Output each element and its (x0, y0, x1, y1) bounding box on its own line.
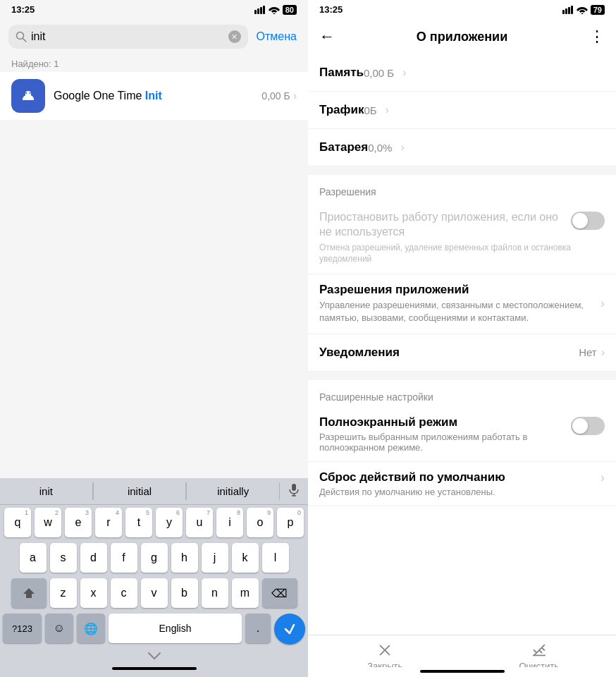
perms-text: Разрешения приложений Управление разреше… (319, 283, 600, 324)
reset-row[interactable]: Сброс действий по умолчанию Действия по … (308, 462, 616, 506)
key-globe[interactable]: 🌐 (77, 614, 105, 643)
key-g[interactable]: g (141, 543, 168, 573)
search-input[interactable] (31, 30, 224, 43)
right-status-time: 13:25 (319, 4, 343, 15)
memory-value-wrap: 0,00 Б › (364, 66, 407, 79)
key-a[interactable]: a (20, 543, 47, 573)
key-d[interactable]: d (80, 543, 107, 573)
key-shift[interactable] (11, 578, 47, 608)
fullscreen-row: Полноэкранный режим Разрешить выбранным … (308, 407, 616, 462)
key-q[interactable]: 1q (4, 508, 31, 537)
left-panel: 13:25 80 ✕ Отмена Найдено: 1 G (0, 0, 308, 677)
battery-left: 80 (283, 5, 297, 15)
suggestion-initially[interactable]: initially (187, 482, 280, 500)
cancel-button[interactable]: Отмена (254, 30, 300, 43)
svg-point-19 (581, 13, 583, 14)
svg-line-6 (23, 39, 27, 42)
fullscreen-text: Полноэкранный режим Разрешить выбранным … (319, 415, 571, 453)
app-list-item[interactable]: Google One Time Init 0,00 Б › (0, 72, 308, 120)
key-y[interactable]: 6y (156, 508, 183, 537)
divider-1 (308, 166, 616, 175)
key-row-3: z x c v b n m ⌫ (3, 578, 305, 608)
suggestion-initial[interactable]: initial (94, 482, 187, 500)
memory-label: Память (319, 66, 364, 80)
svg-point-4 (273, 13, 275, 14)
key-space[interactable]: English (109, 614, 242, 643)
memory-value: 0,00 Б (364, 67, 394, 79)
suggestions-row: init initial initially (0, 478, 308, 505)
key-enter[interactable] (274, 614, 305, 645)
key-symbols[interactable]: ?123 (3, 614, 42, 643)
key-f[interactable]: f (111, 543, 137, 573)
key-x[interactable]: x (80, 578, 107, 608)
traffic-value: 0Б (364, 104, 376, 116)
fullscreen-desc: Разрешить выбранным приложениям работать… (319, 432, 571, 453)
key-k[interactable]: k (232, 543, 259, 573)
svg-point-9 (26, 92, 27, 94)
memory-row[interactable]: Память 0,00 Б › (308, 54, 616, 92)
header-title: О приложении (343, 30, 581, 44)
notif-label: Уведомления (319, 346, 579, 360)
key-period[interactable]: . (245, 614, 271, 643)
key-b[interactable]: b (171, 578, 198, 608)
home-bar-right (420, 670, 505, 673)
mic-button[interactable] (280, 482, 308, 500)
close-icon (377, 642, 393, 658)
fullscreen-toggle[interactable] (571, 417, 605, 435)
key-e[interactable]: 3e (65, 508, 92, 537)
reset-desc: Действия по умолчанию не установлены. (319, 487, 600, 497)
key-z[interactable]: z (50, 578, 77, 608)
svg-rect-15 (562, 10, 565, 14)
suggestion-init[interactable]: init (0, 482, 93, 500)
notifications-row[interactable]: Уведомления Нет › (308, 334, 616, 372)
svg-rect-3 (263, 6, 265, 14)
key-v[interactable]: v (141, 578, 168, 608)
key-u[interactable]: 7u (186, 508, 213, 537)
app-size-row: 0,00 Б › (261, 90, 297, 102)
app-size: 0,00 Б (261, 90, 290, 102)
app-perms-row[interactable]: Разрешения приложений Управление разреше… (308, 274, 616, 334)
pause-title: Приостановить работу приложения, если он… (319, 210, 571, 240)
key-p[interactable]: 0p (277, 508, 304, 537)
home-indicator-right (308, 667, 616, 677)
app-chevron-icon: › (293, 90, 297, 102)
permissions-section-label: Разрешения (308, 175, 616, 202)
traffic-row[interactable]: Трафик 0Б › (308, 92, 616, 129)
keyboard: init initial initially 1q 2w 3e 4r 5t 6y… (0, 478, 308, 677)
key-rows: 1q 2w 3e 4r 5t 6y 7u 8i 9o 0p a s d f g … (0, 505, 308, 645)
key-m[interactable]: m (232, 578, 259, 608)
battery-row[interactable]: Батарея 0,0% › (308, 129, 616, 166)
key-s[interactable]: s (50, 543, 77, 573)
key-backspace[interactable]: ⌫ (262, 578, 297, 608)
battery-chevron-icon: › (400, 141, 404, 154)
svg-rect-11 (292, 484, 296, 491)
key-j[interactable]: j (202, 543, 228, 573)
key-row-1: 1q 2w 3e 4r 5t 6y 7u 8i 9o 0p (3, 508, 305, 537)
key-n[interactable]: n (202, 578, 228, 608)
svg-rect-8 (25, 91, 31, 98)
clear-input-button[interactable]: ✕ (228, 30, 241, 43)
svg-rect-17 (568, 7, 570, 14)
traffic-value-wrap: 0Б › (364, 104, 389, 116)
key-emoji[interactable]: ☺ (45, 614, 73, 643)
key-h[interactable]: h (171, 543, 198, 573)
more-button[interactable]: ⋮ (586, 25, 608, 49)
svg-rect-18 (571, 6, 573, 14)
key-i[interactable]: 8i (216, 508, 243, 537)
app-perms-desc: Управление разрешениями, связанными с ме… (319, 299, 600, 324)
reset-chevron-icon: › (600, 470, 605, 485)
fullscreen-title: Полноэкранный режим (319, 415, 571, 429)
key-o[interactable]: 9o (247, 508, 273, 537)
keyboard-collapse[interactable] (0, 650, 308, 663)
search-input-wrap[interactable]: ✕ (8, 25, 248, 49)
pause-toggle[interactable] (571, 212, 605, 230)
key-r[interactable]: 4r (95, 508, 122, 537)
svg-point-10 (30, 92, 31, 94)
battery-value-wrap: 0,0% › (368, 141, 405, 154)
key-l[interactable]: l (262, 543, 289, 573)
key-t[interactable]: 5t (125, 508, 152, 537)
svg-rect-16 (565, 8, 567, 14)
key-w[interactable]: 2w (35, 508, 61, 537)
back-button[interactable]: ← (316, 25, 338, 49)
key-c[interactable]: c (111, 578, 137, 608)
